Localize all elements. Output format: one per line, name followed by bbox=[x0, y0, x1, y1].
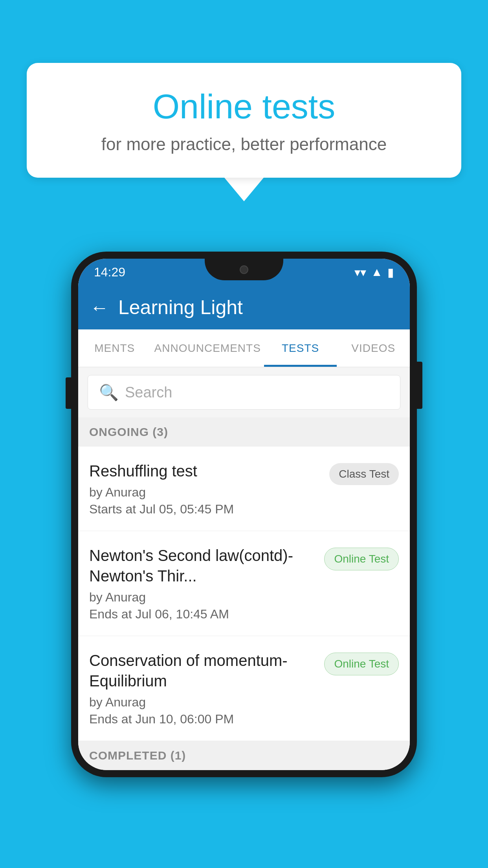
test-author-newton: by Anurag bbox=[89, 590, 316, 605]
test-item-reshuffling[interactable]: Reshuffling test by Anurag Starts at Jul… bbox=[78, 447, 410, 531]
bubble-tail bbox=[224, 178, 264, 201]
test-date-newton: Ends at Jul 06, 10:45 AM bbox=[89, 607, 316, 622]
tab-videos[interactable]: VIDEOS bbox=[337, 329, 410, 367]
test-author-reshuffling: by Anurag bbox=[89, 485, 321, 500]
tab-ments[interactable]: MENTS bbox=[78, 329, 151, 367]
speech-bubble-container: Online tests for more practice, better p… bbox=[27, 63, 461, 201]
test-info-newton: Newton's Second law(contd)-Newton's Thir… bbox=[89, 545, 324, 622]
test-info-conservation: Conservation of momentum-Equilibrium by … bbox=[89, 650, 324, 726]
phone-outer: 14:29 ▾▾ ▲ ▮ ← Learning Light MENTS ANNO… bbox=[71, 252, 417, 777]
bubble-subtitle: for more practice, better performance bbox=[46, 134, 442, 154]
notch bbox=[205, 259, 283, 280]
test-badge-conservation: Online Test bbox=[324, 653, 399, 675]
app-title: Learning Light bbox=[118, 296, 243, 319]
search-placeholder: Search bbox=[125, 384, 172, 401]
signal-icon: ▲ bbox=[371, 265, 383, 279]
app-bar: ← Learning Light bbox=[78, 285, 410, 329]
status-icons: ▾▾ ▲ ▮ bbox=[354, 265, 394, 279]
tab-announcements[interactable]: ANNOUNCEMENTS bbox=[151, 329, 264, 367]
test-item-newton[interactable]: Newton's Second law(contd)-Newton's Thir… bbox=[78, 531, 410, 636]
test-badge-reshuffling: Class Test bbox=[329, 463, 399, 485]
test-info-reshuffling: Reshuffling test by Anurag Starts at Jul… bbox=[89, 461, 329, 517]
speech-bubble: Online tests for more practice, better p… bbox=[27, 63, 461, 178]
search-container: 🔍 Search bbox=[78, 367, 410, 417]
battery-icon: ▮ bbox=[387, 265, 394, 279]
back-button[interactable]: ← bbox=[90, 297, 109, 318]
test-badge-newton: Online Test bbox=[324, 548, 399, 570]
test-author-conservation: by Anurag bbox=[89, 695, 316, 710]
status-bar: 14:29 ▾▾ ▲ ▮ bbox=[78, 259, 410, 285]
test-date-conservation: Ends at Jun 10, 06:00 PM bbox=[89, 712, 316, 726]
camera bbox=[240, 265, 248, 274]
completed-section-header: COMPLETED (1) bbox=[78, 741, 410, 770]
bubble-title: Online tests bbox=[46, 86, 442, 127]
search-box[interactable]: 🔍 Search bbox=[88, 375, 400, 410]
tab-tests[interactable]: TESTS bbox=[264, 329, 337, 367]
test-item-conservation[interactable]: Conservation of momentum-Equilibrium by … bbox=[78, 636, 410, 741]
phone-inner: 14:29 ▾▾ ▲ ▮ ← Learning Light MENTS ANNO… bbox=[78, 259, 410, 770]
test-name-reshuffling: Reshuffling test bbox=[89, 461, 321, 481]
ongoing-section-header: ONGOING (3) bbox=[78, 417, 410, 447]
test-name-conservation: Conservation of momentum-Equilibrium bbox=[89, 650, 316, 691]
test-date-reshuffling: Starts at Jul 05, 05:45 PM bbox=[89, 502, 321, 517]
test-name-newton: Newton's Second law(contd)-Newton's Thir… bbox=[89, 545, 316, 586]
tabs-bar: MENTS ANNOUNCEMENTS TESTS VIDEOS bbox=[78, 329, 410, 367]
phone-wrapper: 14:29 ▾▾ ▲ ▮ ← Learning Light MENTS ANNO… bbox=[71, 252, 417, 777]
search-icon: 🔍 bbox=[99, 383, 119, 402]
wifi-icon: ▾▾ bbox=[354, 265, 366, 279]
status-time: 14:29 bbox=[94, 265, 125, 280]
